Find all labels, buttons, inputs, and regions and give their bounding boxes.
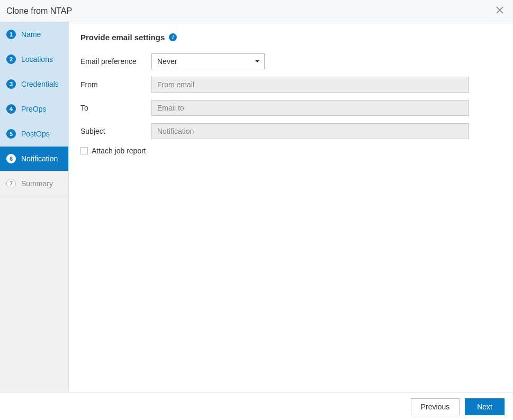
step-locations[interactable]: 2 Locations: [0, 47, 68, 72]
attach-report-label[interactable]: Attach job report: [92, 147, 146, 155]
step-credentials[interactable]: 3 Credentials: [0, 72, 68, 97]
step-badge: 1: [6, 30, 16, 39]
row-subject: Subject: [80, 123, 498, 139]
dialog-footer: Previous Next: [0, 392, 513, 420]
step-badge: 5: [6, 129, 16, 139]
section-title-text: Provide email settings: [80, 33, 165, 42]
to-input[interactable]: [151, 100, 469, 116]
from-input[interactable]: [151, 77, 469, 93]
step-label: Summary: [21, 179, 53, 188]
info-icon[interactable]: i: [169, 33, 177, 41]
row-to: To: [80, 100, 498, 116]
step-label: PreOps: [21, 105, 46, 113]
step-badge: 4: [6, 104, 16, 114]
section-title: Provide email settings i: [80, 33, 498, 42]
step-postops[interactable]: 5 PostOps: [0, 122, 68, 147]
step-badge: 6: [6, 154, 16, 163]
label-subject: Subject: [80, 127, 151, 135]
close-icon: [496, 6, 503, 14]
dialog-header: Clone from NTAP: [0, 0, 513, 22]
next-button[interactable]: Next: [465, 398, 505, 415]
main-content: Provide email settings i Email preferenc…: [69, 22, 513, 392]
step-badge: 3: [6, 79, 16, 89]
step-label: Name: [21, 30, 41, 39]
step-label: Locations: [21, 55, 53, 63]
close-button[interactable]: [495, 5, 505, 16]
step-name[interactable]: 1 Name: [0, 22, 68, 47]
label-from: From: [80, 80, 151, 89]
label-email-preference: Email preference: [80, 57, 151, 66]
email-preference-select-wrapper: Never: [151, 53, 265, 69]
subject-input[interactable]: [151, 123, 469, 139]
label-to: To: [80, 104, 151, 112]
step-label: PostOps: [21, 130, 50, 138]
step-badge: 7: [6, 179, 16, 188]
row-email-preference: Email preference Never: [80, 53, 498, 69]
attach-report-checkbox[interactable]: [80, 147, 88, 154]
dialog-body: 1 Name 2 Locations 3 Credentials 4 PreOp…: [0, 22, 513, 392]
row-from: From: [80, 77, 498, 93]
step-label: Notification: [21, 154, 58, 163]
step-preops[interactable]: 4 PreOps: [0, 97, 68, 122]
step-label: Credentials: [21, 80, 59, 88]
row-attach-report: Attach job report: [80, 147, 498, 155]
step-badge: 2: [6, 54, 16, 64]
wizard-sidebar: 1 Name 2 Locations 3 Credentials 4 PreOp…: [0, 22, 69, 392]
email-preference-select[interactable]: Never: [151, 53, 265, 69]
dialog-title: Clone from NTAP: [6, 6, 72, 16]
step-summary[interactable]: 7 Summary: [0, 171, 68, 196]
previous-button[interactable]: Previous: [411, 398, 460, 415]
step-notification[interactable]: 6 Notification: [0, 147, 68, 171]
